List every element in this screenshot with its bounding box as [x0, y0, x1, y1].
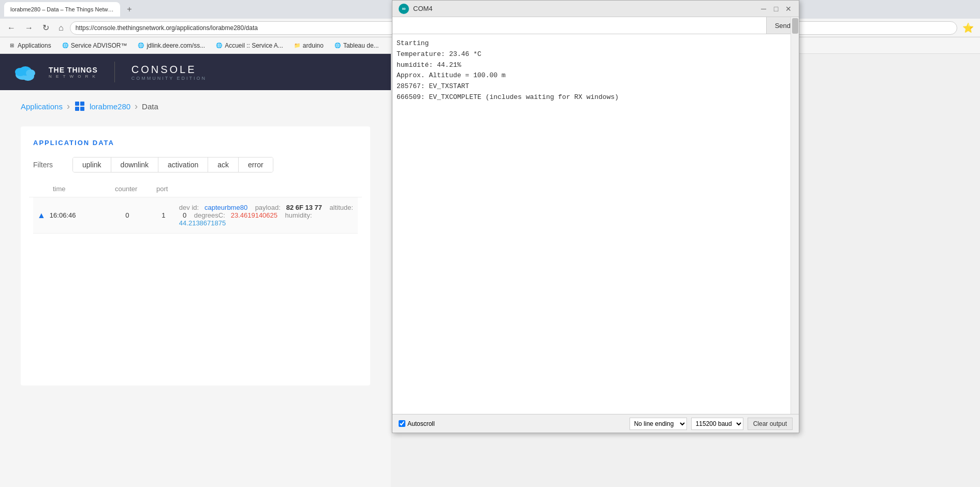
autoscroll-checkbox[interactable] [399, 420, 405, 427]
dev-id-link[interactable]: capteurbme80 [204, 204, 247, 211]
row-details: dev id: capteurbme80 payload: 82 6F 13 7… [179, 204, 354, 227]
baud-rate-select[interactable]: 300 1200 2400 4800 9600 19200 38400 5760… [691, 418, 743, 430]
output-line-1: Starting [397, 38, 795, 49]
line-ending-select[interactable]: No line ending Newline Carriage return B… [630, 418, 687, 430]
breadcrumb-sep-2: › [135, 101, 138, 112]
dev-id-label: dev id: [179, 204, 199, 211]
altitude-label: altitude: [330, 204, 354, 211]
breadcrumb-sep-1: › [67, 101, 70, 112]
output-line-3: humidité: 44.21% [397, 60, 795, 71]
filter-uplink[interactable]: uplink [73, 157, 111, 172]
bookmark-tableau-label: Tableau de... [343, 42, 379, 49]
bookmark-accueil[interactable]: 🌐 Accueil :: Service A... [211, 41, 287, 50]
table-header: time counter port [29, 181, 362, 197]
arduino-window-title: COM4 [413, 5, 755, 12]
arduino-logo-text: ∞ [402, 6, 405, 11]
bookmark-jdlink[interactable]: 🌐 jdlink.deere.com/ss... [133, 41, 209, 50]
forward-button[interactable]: → [22, 21, 36, 35]
arduino-statusbar: Autoscroll No line ending Newline Carria… [392, 414, 799, 433]
arduino-bookmark-icon: 📁 [294, 42, 301, 49]
output-line-2: Temperature: 23.46 *C [397, 49, 795, 60]
ttn-console-label: CONSOLE [131, 64, 207, 76]
minimize-button[interactable]: ─ [759, 5, 768, 13]
close-button[interactable]: ✕ [784, 5, 793, 13]
arduino-output: Starting Temperature: 23.46 *C humidité:… [392, 34, 799, 414]
maximize-button[interactable]: □ [772, 5, 780, 13]
degrees-label: degreesC: [194, 211, 225, 219]
autoscroll-label: Autoscroll [407, 420, 435, 427]
tableau-icon: 🌐 [334, 42, 341, 49]
home-button[interactable]: ⌂ [55, 21, 67, 35]
bookmark-arduino[interactable]: 📁 arduino [289, 41, 328, 50]
browser-tab[interactable]: lorabme280 – Data – The Things Network [4, 2, 120, 17]
degrees-value: 23.4619140625 [231, 211, 277, 219]
arduino-serial-input[interactable] [392, 17, 766, 34]
svg-rect-5 [75, 102, 79, 106]
table-row[interactable]: ▲ 16:06:46 0 1 dev id: capteurbme80 payl… [33, 197, 358, 234]
payload-hex: 82 6F 13 77 [286, 204, 322, 211]
output-line-6: 666509: EV_TXCOMPLETE (includes waiting … [397, 92, 795, 103]
bookmark-service-advisor-label: Service ADVISOR™ [71, 42, 127, 49]
ttn-network-sub: N E T W O R K [49, 74, 98, 79]
row-port: 1 [148, 211, 179, 219]
filter-activation[interactable]: activation [158, 157, 208, 172]
svg-rect-7 [75, 107, 79, 111]
svg-rect-6 [80, 102, 84, 106]
row-time: 16:06:46 [50, 211, 107, 219]
app-icon [74, 101, 85, 112]
filters-row: Filters uplink downlink activation ack e… [33, 157, 358, 173]
clear-output-button[interactable]: Clear output [748, 418, 793, 430]
svg-point-4 [26, 69, 35, 77]
back-button[interactable]: ← [4, 21, 19, 35]
apps-icon: ⊞ [8, 42, 16, 49]
row-counter: 0 [107, 211, 148, 219]
scroll-area[interactable] [791, 17, 799, 414]
filter-downlink[interactable]: downlink [111, 157, 158, 172]
refresh-button[interactable]: ↻ [39, 21, 52, 35]
window-controls: ─ □ ✕ [759, 5, 793, 13]
bookmark-arduino-label: arduino [303, 42, 324, 49]
ttn-network-name: THE THINGS [49, 66, 98, 74]
filter-error[interactable]: error [239, 157, 273, 172]
payload-label: payload: [255, 204, 281, 211]
section-title: APPLICATION DATA [33, 139, 358, 147]
bookmark-tableau[interactable]: 🌐 Tableau de... [330, 41, 383, 50]
breadcrumb-page: Data [142, 102, 158, 111]
ttn-edition-label: COMMUNITY EDITION [131, 76, 207, 81]
bookmark-apps[interactable]: ⊞ Applications [4, 41, 55, 50]
output-line-4: Approx. Altitude = 100.00 m [397, 70, 795, 81]
bookmark-service-advisor[interactable]: 🌐 Service ADVISOR™ [57, 41, 131, 50]
bookmark-apps-label: Applications [18, 42, 51, 49]
jdlink-icon: 🌐 [137, 42, 144, 49]
breadcrumb-appname[interactable]: lorabme280 [90, 102, 130, 111]
svg-rect-8 [80, 107, 84, 111]
filter-tabs: uplink downlink activation ack error [72, 157, 273, 173]
filters-label: Filters [33, 161, 64, 169]
ttn-cloud-logo [12, 62, 38, 82]
arduino-titlebar: ∞ COM4 ─ □ ✕ [392, 1, 799, 17]
autoscroll-area: Autoscroll [399, 420, 435, 427]
bookmark-jdlink-label: jdlink.deere.com/ss... [147, 42, 205, 49]
filter-ack[interactable]: ack [208, 157, 239, 172]
header-time: time [53, 185, 115, 193]
breadcrumb: Applications › lorabme280 › Data [0, 90, 391, 122]
humidity-label: humidity: [285, 211, 312, 219]
arduino-input-row: Send [392, 17, 799, 34]
row-indicator: ▲ [37, 211, 46, 220]
output-line-5: 285767: EV_TXSTART [397, 81, 795, 92]
new-tab-button[interactable]: + [123, 3, 136, 16]
header-details [187, 185, 354, 193]
arduino-logo: ∞ [399, 4, 409, 14]
tab-label: lorabme280 – Data – The Things Network [10, 6, 114, 12]
header-port: port [156, 185, 187, 193]
scroll-thumb[interactable] [792, 18, 798, 34]
arduino-window: ∞ COM4 ─ □ ✕ Send Starting Temperature: … [392, 0, 799, 433]
humidity-value: 44.2138671875 [179, 219, 226, 227]
app-data-section: APPLICATION DATA Filters uplink downlink… [21, 126, 370, 385]
header-counter: counter [115, 185, 156, 193]
extensions-area: ⭐ [960, 22, 976, 34]
breadcrumb-applications[interactable]: Applications [21, 102, 63, 111]
altitude-value: 0 [183, 211, 186, 219]
ttn-header: THE THINGS N E T W O R K CONSOLE COMMUNI… [0, 54, 391, 90]
service-advisor-icon: 🌐 [62, 42, 69, 49]
